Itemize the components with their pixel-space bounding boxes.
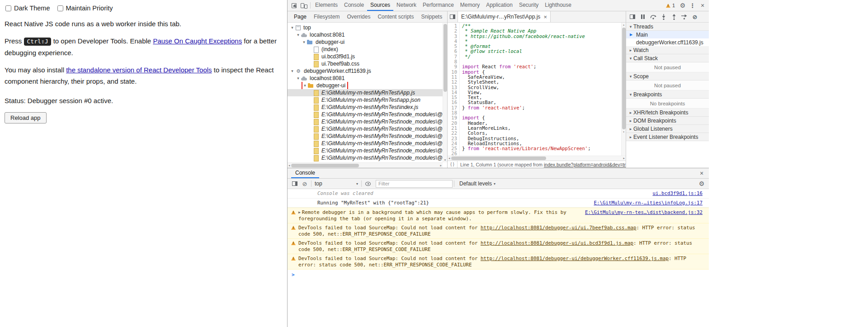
tab-security[interactable]: Security bbox=[516, 0, 542, 11]
section-dom-breakpoints[interactable]: ▸DOM Breakpoints bbox=[626, 117, 709, 125]
tree-horizontal-scrollbar[interactable]: ◂ ▸ bbox=[288, 162, 443, 168]
navtab-filesystem[interactable]: Filesystem bbox=[310, 11, 343, 23]
log-levels-dropdown[interactable]: Default levels▾ bbox=[459, 180, 495, 187]
pretty-print-icon[interactable]: { } bbox=[448, 161, 458, 168]
close-devtools-icon[interactable]: × bbox=[698, 1, 708, 10]
tree-item[interactable]: ui.bcd3f9d1.js bbox=[288, 53, 447, 60]
scroll-up-icon[interactable]: ▴ bbox=[623, 23, 624, 27]
tree-item[interactable]: E:\GitMulu\my-rn-test\MyRnTest\app.json bbox=[288, 96, 447, 104]
tree-item[interactable]: E:\GitMulu\my-rn-test\MyRnTest\node_modu… bbox=[288, 111, 447, 118]
sourcemap-url-link[interactable]: http://localhost:8081/debugger-ui/debugg… bbox=[481, 256, 669, 261]
tree-item[interactable]: ▾top bbox=[288, 24, 447, 31]
sourcemap-url-link[interactable]: http://localhost:8081/debugger-ui/ui.7be… bbox=[481, 225, 637, 231]
scrollbar-thumb[interactable] bbox=[451, 156, 546, 160]
navtab-content-scripts[interactable]: Content scripts bbox=[374, 11, 417, 23]
step-icon[interactable] bbox=[679, 12, 689, 21]
step-out-icon[interactable] bbox=[669, 12, 679, 21]
section-watch[interactable]: ▸Watch bbox=[626, 46, 709, 54]
section-scope[interactable]: ▾Scope bbox=[626, 72, 709, 81]
pause-on-exceptions-link[interactable]: Pause On Caught Exceptions bbox=[153, 37, 242, 45]
editor-tab-appjs[interactable]: E:\GitMulu\my-r…yRnTest\App.js × bbox=[458, 11, 551, 22]
tree-item[interactable]: E:\GitMulu\my-rn-test\MyRnTest\node_modu… bbox=[288, 154, 447, 161]
tree-item[interactable]: E:\GitMulu\my-rn-test\MyRnTest\node_modu… bbox=[288, 125, 447, 133]
settings-gear-icon[interactable]: ⚙ bbox=[678, 1, 688, 10]
thread-item[interactable]: debuggerWorker.cff11639.js bbox=[626, 38, 709, 46]
navtab-snippets[interactable]: Snippets bbox=[417, 11, 446, 23]
section-global-listeners[interactable]: ▸Global Listeners bbox=[626, 125, 709, 133]
warnings-badge[interactable]: 1 bbox=[663, 3, 678, 8]
tab-network[interactable]: Network bbox=[393, 0, 420, 11]
editor-horizontal-scrollbar[interactable]: ◂ ▸ bbox=[448, 156, 626, 161]
react-devtools-link[interactable]: the standalone version of React Develope… bbox=[66, 66, 212, 74]
console-settings-icon[interactable]: ⚙ bbox=[697, 179, 707, 188]
tab-memory[interactable]: Memory bbox=[457, 0, 483, 11]
navtab-overrides[interactable]: Overrides bbox=[343, 11, 374, 23]
step-over-icon[interactable] bbox=[648, 12, 658, 21]
clear-console-icon[interactable]: ⊘ bbox=[300, 179, 310, 188]
section-threads[interactable]: ▾Threads bbox=[626, 23, 709, 31]
code-editor[interactable]: 1234567891011121314151617181920212223242… bbox=[448, 23, 626, 156]
scroll-down-icon[interactable]: ▾ bbox=[623, 130, 624, 134]
tab-elements[interactable]: Elements bbox=[312, 0, 341, 11]
sourcemap-url-link[interactable]: http://localhost:8081/debugger-ui/ui.bcd… bbox=[481, 240, 633, 246]
tab-console[interactable]: Console bbox=[341, 0, 367, 11]
deactivate-breakpoints-icon[interactable]: ⊘ bbox=[690, 12, 700, 21]
tab-lighthouse[interactable]: Lighthouse bbox=[542, 0, 575, 11]
tree-item[interactable]: ▾localhost:8081 bbox=[288, 31, 447, 38]
scroll-down-icon[interactable]: ▾ bbox=[444, 158, 446, 162]
scroll-left-icon[interactable]: ◂ bbox=[448, 156, 450, 161]
thread-item[interactable]: ▶Main bbox=[626, 31, 709, 38]
tree-item[interactable]: ui.7beef9ab.css bbox=[288, 60, 447, 67]
section-event-listener-breakpoints[interactable]: ▸Event Listener Breakpoints bbox=[626, 133, 709, 141]
tree-item[interactable]: ▾debuggerWorker.cff11639.js bbox=[288, 67, 447, 75]
section-breakpoints[interactable]: ▾Breakpoints bbox=[626, 90, 709, 99]
editor-vertical-scrollbar[interactable]: ▴ ▾ bbox=[621, 23, 626, 156]
navtab-page[interactable]: Page bbox=[290, 11, 310, 23]
context-selector[interactable]: top▾ bbox=[313, 180, 360, 187]
tree-item[interactable]: ▾debugger-ui bbox=[288, 38, 447, 46]
maintain-priority-checkbox[interactable] bbox=[57, 5, 63, 11]
step-into-icon[interactable] bbox=[659, 12, 669, 21]
tab-performance[interactable]: Performance bbox=[420, 0, 457, 11]
console-filter-input[interactable] bbox=[376, 180, 453, 188]
inspect-element-icon[interactable] bbox=[289, 1, 299, 10]
scroll-right-icon[interactable]: ▸ bbox=[440, 163, 442, 168]
close-tab-icon[interactable]: × bbox=[543, 14, 547, 20]
console-source-link[interactable]: ui.bcd3f9d1.js:16 bbox=[652, 190, 703, 197]
tab-application[interactable]: Application bbox=[483, 0, 516, 11]
section-xhr-fetch-breakpoints[interactable]: ▸XHR/fetch Breakpoints bbox=[626, 109, 709, 117]
console-sidebar-icon[interactable] bbox=[290, 179, 300, 188]
kebab-menu-icon[interactable]: ⋮ bbox=[688, 1, 698, 10]
tree-item[interactable]: (index) bbox=[288, 46, 447, 53]
scroll-right-icon[interactable]: ▸ bbox=[623, 156, 625, 161]
toggle-sidebar-icon[interactable] bbox=[627, 12, 637, 21]
expand-arrow-icon[interactable]: ▶ bbox=[298, 209, 301, 216]
eye-icon[interactable] bbox=[363, 179, 373, 188]
scrollbar-thumb[interactable] bbox=[291, 164, 359, 167]
scroll-left-icon[interactable]: ◂ bbox=[288, 163, 290, 168]
scrollbar-thumb[interactable] bbox=[622, 28, 626, 129]
close-drawer-icon[interactable]: × bbox=[697, 169, 707, 178]
console-source-link[interactable]: E:\GitMulu\my-rn-…ities\infoLog.js:17 bbox=[594, 200, 703, 206]
pause-script-icon[interactable] bbox=[638, 12, 648, 21]
device-toolbar-icon[interactable] bbox=[299, 1, 309, 10]
tree-item[interactable]: E:\GitMulu\my-rn-test\MyRnTest\index.js bbox=[288, 104, 447, 111]
dark-theme-checkbox[interactable] bbox=[5, 5, 11, 11]
tree-vertical-scrollbar[interactable]: ▾ bbox=[443, 23, 447, 162]
console-input[interactable] bbox=[295, 272, 709, 278]
console-drawer-tab[interactable]: Console bbox=[291, 168, 319, 178]
maintain-priority-option[interactable]: Maintain Priority bbox=[57, 5, 113, 12]
source-map-link[interactable]: index.bundle?platform=android&dev=tru… bbox=[544, 162, 626, 167]
reload-app-button[interactable]: Reload app bbox=[5, 112, 47, 123]
scrollbar-thumb[interactable] bbox=[443, 24, 447, 92]
tab-sources[interactable]: Sources bbox=[367, 0, 393, 11]
toggle-navigator-icon[interactable] bbox=[448, 11, 458, 22]
tree-item[interactable]: E:\GitMulu\my-rn-test\MyRnTest\node_modu… bbox=[288, 140, 447, 147]
tree-item[interactable]: E:\GitMulu\my-rn-test\MyRnTest\node_modu… bbox=[288, 118, 447, 125]
tree-item[interactable]: ▾debugger-ui bbox=[288, 82, 447, 89]
tree-item[interactable]: E:\GitMulu\my-rn-test\MyRnTest\node_modu… bbox=[288, 133, 447, 140]
console-source-link[interactable]: E:\GitMulu\my-rn-tes…\dist\backend.js:32 bbox=[585, 209, 703, 216]
tree-item[interactable]: ▾localhost:8081 bbox=[288, 75, 447, 82]
tree-item[interactable]: E:\GitMulu\my-rn-test\MyRnTest\node_modu… bbox=[288, 147, 447, 154]
section-call-stack[interactable]: ▾Call Stack bbox=[626, 54, 709, 62]
